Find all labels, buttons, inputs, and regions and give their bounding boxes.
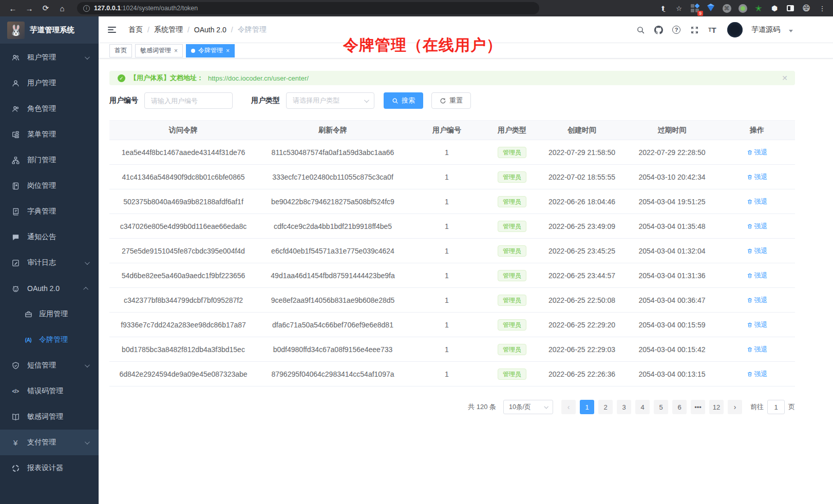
cell-user-type: 管理员 <box>485 313 539 337</box>
help-icon[interactable]: ? <box>671 25 681 35</box>
sidebar-item-menu-tree[interactable]: 菜单管理 <box>0 122 99 147</box>
cell-expire-time: 2054-03-04 00:13:15 <box>625 362 719 386</box>
github-icon[interactable] <box>653 25 664 35</box>
sidebar-item-sms[interactable]: 短信管理 <box>0 353 99 378</box>
cell-created-time: 2022-06-25 23:45:25 <box>539 239 625 263</box>
alert-close-icon[interactable]: ✕ <box>782 74 788 82</box>
sidebar-item-users[interactable]: 租户管理 <box>0 45 99 70</box>
page-button-6[interactable]: 6 <box>672 400 687 414</box>
sidebar-item-oauth[interactable]: OAuth 2.0 <box>0 276 99 301</box>
search-icon[interactable] <box>635 25 646 35</box>
force-logout-button[interactable]: 强退 <box>747 296 768 305</box>
sidebar-fold-icon[interactable] <box>108 25 118 35</box>
force-logout-button[interactable]: 强退 <box>747 320 768 329</box>
force-logout-button[interactable]: 强退 <box>747 222 768 231</box>
breadcrumb: 首页/系统管理/OAuth 2.0/令牌管理 <box>128 25 267 34</box>
extension-grid-icon[interactable]: 9 <box>690 4 699 13</box>
sidebar-item-report[interactable]: 报表设计器 <box>0 455 99 481</box>
breadcrumb-item[interactable]: 首页 <box>128 25 143 34</box>
page-button-1[interactable]: 1 <box>580 400 594 414</box>
next-page-button[interactable]: › <box>728 400 742 414</box>
sidebar-item-label: OAuth 2.0 <box>27 284 85 293</box>
annotation-title: 令牌管理（在线用户） <box>343 35 502 56</box>
force-logout-button[interactable]: 强退 <box>747 345 768 354</box>
force-logout-button[interactable]: 强退 <box>747 197 768 206</box>
goto-page-input[interactable] <box>767 400 785 414</box>
page-unit-label: 页 <box>788 402 795 412</box>
reload-icon[interactable]: ⟳ <box>39 2 52 15</box>
sidebar-item-audit[interactable]: 审计日志 <box>0 250 99 276</box>
cell-expire-time: 2054-03-04 00:15:59 <box>625 313 719 337</box>
page-button-3[interactable]: 3 <box>617 400 631 414</box>
cell-actions: 强退 <box>719 239 795 263</box>
dict-icon <box>11 207 20 216</box>
home-icon[interactable]: ⌂ <box>55 2 69 15</box>
user-id-label: 用户编号 <box>109 96 138 105</box>
force-logout-button[interactable]: 强退 <box>747 172 768 182</box>
forward-icon[interactable]: → <box>23 2 36 15</box>
extensions-puzzle-icon[interactable]: ⬢ <box>770 4 779 13</box>
tab-令牌管理[interactable]: 令牌管理× <box>186 44 235 57</box>
command-extension-icon[interactable]: ⌘ <box>722 4 731 13</box>
reset-button[interactable]: 重置 <box>431 92 471 109</box>
extension-badge: 9 <box>697 11 703 16</box>
sidebar-item-pay[interactable]: ¥支付管理 <box>0 430 99 455</box>
cell-actions: 强退 <box>719 313 795 337</box>
sidebar-item-user[interactable]: 用户管理 <box>0 70 99 96</box>
sidebar-item-sensitive[interactable]: 敏感词管理 <box>0 404 99 430</box>
prev-page-button[interactable]: ‹ <box>561 400 576 414</box>
breadcrumb-item[interactable]: OAuth 2.0 <box>194 26 226 34</box>
sidebar-item-dict[interactable]: 字典管理 <box>0 199 99 224</box>
logo-bar[interactable]: 🐰 芋道管理系统 <box>0 16 99 44</box>
page-ellipsis-button[interactable]: ••• <box>691 400 705 414</box>
gem-extension-icon[interactable] <box>706 4 715 13</box>
doc-link[interactable]: https://doc.iocoder.cn/user-center/ <box>208 74 309 82</box>
page-button-12[interactable]: 12 <box>709 400 724 414</box>
user-id-input[interactable] <box>144 92 233 109</box>
cell-expire-time: 2054-03-10 20:42:34 <box>625 165 719 189</box>
page: ← → ⟳ ⌂ i 127.0.0.1:1024/system/oauth2/t… <box>0 0 833 504</box>
fullscreen-icon[interactable] <box>689 25 699 35</box>
user-avatar[interactable] <box>727 22 743 37</box>
back-icon[interactable]: ← <box>6 2 20 15</box>
star-extension-icon[interactable]: ✭ <box>754 4 763 13</box>
page-button-5[interactable]: 5 <box>654 400 668 414</box>
sidebar-item-org[interactable]: 部门管理 <box>0 147 99 173</box>
sidebar-item-app[interactable]: 应用管理 <box>0 301 99 327</box>
address-bar[interactable]: i 127.0.0.1:1024/system/oauth2/token <box>77 2 539 14</box>
cell-actions: 强退 <box>719 140 795 165</box>
username[interactable]: 芋道源码 <box>751 25 780 34</box>
tab-首页[interactable]: 首页 <box>109 44 132 57</box>
site-info-icon[interactable]: i <box>83 5 90 12</box>
force-logout-button[interactable]: 强退 <box>747 271 768 280</box>
bookmark-star-icon[interactable]: ☆ <box>674 4 684 13</box>
browser-menu-icon[interactable]: ⋮ <box>818 4 827 13</box>
breadcrumb-item[interactable]: 系统管理 <box>154 25 183 34</box>
tab-close-icon[interactable]: × <box>226 47 230 54</box>
record-extension-icon[interactable] <box>738 4 747 13</box>
share-icon[interactable]: ⬆̱ <box>658 4 668 13</box>
cell-user-type: 管理员 <box>485 214 539 239</box>
page-button-4[interactable]: 4 <box>635 400 650 414</box>
page-button-2[interactable]: 2 <box>598 400 613 414</box>
force-logout-button[interactable]: 强退 <box>747 246 768 256</box>
tab-敏感词管理[interactable]: 敏感词管理× <box>135 44 183 57</box>
font-size-icon[interactable]: TT <box>707 25 717 35</box>
profile-emoji-icon[interactable]: 😄 <box>802 4 811 13</box>
page-buttons: 123456•••12 <box>580 400 724 414</box>
sidebar-item-role[interactable]: 角色管理 <box>0 96 99 122</box>
force-logout-button[interactable]: 强退 <box>747 148 768 157</box>
tab-close-icon[interactable]: × <box>174 47 178 54</box>
page-size-select[interactable]: 10条/页 <box>503 400 553 414</box>
sidebar-item-badge[interactable]: 岗位管理 <box>0 173 99 199</box>
sidebar-item-errcode[interactable]: </>错误码管理 <box>0 378 99 404</box>
cell-expire-time: 2054-03-04 00:15:42 <box>625 337 719 362</box>
user-caret-icon[interactable] <box>789 30 793 32</box>
force-logout-button[interactable]: 强退 <box>747 370 768 379</box>
users-icon <box>11 53 20 62</box>
side-panel-icon[interactable] <box>786 4 795 13</box>
search-button[interactable]: 搜索 <box>384 92 423 109</box>
user-type-select[interactable]: 请选择用户类型 <box>286 92 374 109</box>
sidebar-item-token[interactable]: (A)令牌管理 <box>0 327 99 353</box>
sidebar-item-notice[interactable]: 通知公告 <box>0 224 99 250</box>
